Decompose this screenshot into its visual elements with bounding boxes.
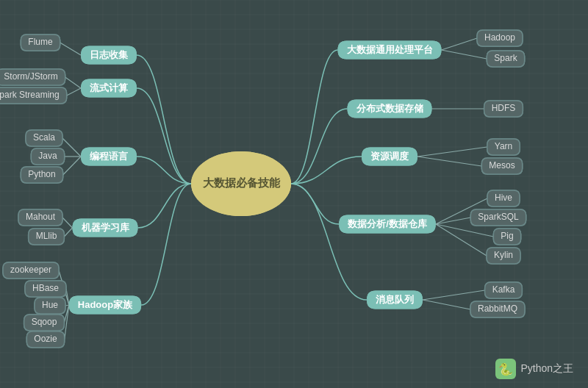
watermark-text: Python之王 bbox=[520, 362, 573, 376]
watermark: 🐍 Python之王 bbox=[495, 359, 573, 379]
watermark-icon: 🐍 bbox=[495, 359, 516, 379]
